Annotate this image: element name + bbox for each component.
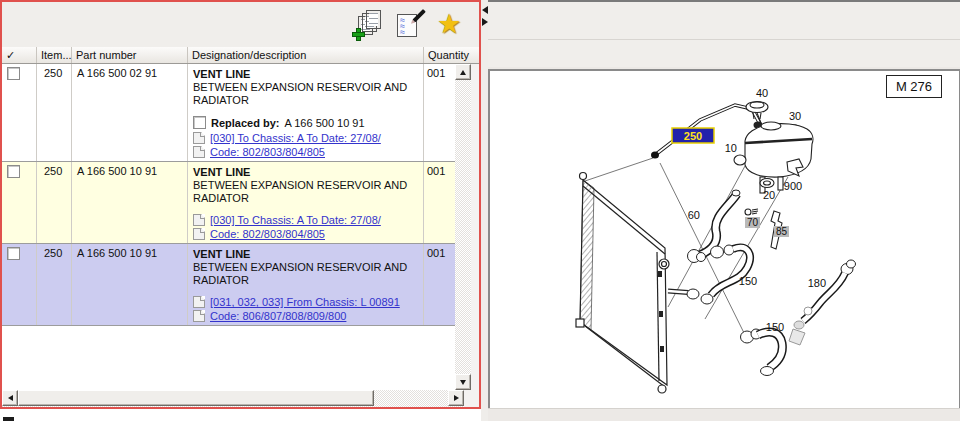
parts-list-panel: ≈ ≈ ≈ ★ ✓ Item... Part number Designatio… xyxy=(0,0,481,409)
table-row-selected[interactable]: 250 A 166 500 10 91 VENT LINE BETWEEN EX… xyxy=(2,244,455,326)
header-designation-column[interactable]: Designation/description xyxy=(188,47,424,63)
callout-10[interactable]: 10 xyxy=(725,142,737,154)
table-header: ✓ Item... Part number Designation/descri… xyxy=(2,47,479,64)
svg-text:250: 250 xyxy=(684,130,702,142)
document-icon xyxy=(193,214,205,226)
part-number: A 166 500 02 91 xyxy=(72,64,188,161)
parts-diagram-viewport[interactable]: M 276 xyxy=(488,69,960,411)
callout-85[interactable]: 85 xyxy=(774,226,789,237)
document-icon xyxy=(193,146,205,158)
scroll-left-button[interactable] xyxy=(2,390,18,406)
header-check-column[interactable]: ✓ xyxy=(2,47,37,63)
right-arrow-icon xyxy=(454,395,459,401)
document-icon xyxy=(193,296,205,308)
add-document-stack-icon[interactable] xyxy=(353,10,381,40)
diagram-toolbar-band xyxy=(488,2,960,40)
document-icon xyxy=(193,228,205,240)
svg-text:70: 70 xyxy=(747,217,759,228)
part-name: VENT LINE xyxy=(193,166,420,178)
callout-30[interactable]: 30 xyxy=(789,110,801,122)
parts-table-body: 250 A 166 500 02 91 VENT LINE BETWEEN EX… xyxy=(2,64,455,390)
scroll-up-button[interactable] xyxy=(455,64,471,80)
item-number: 250 xyxy=(37,64,72,161)
replaced-by-part-number: A 166 500 10 91 xyxy=(284,117,364,129)
clipped-bottom-text-fragment xyxy=(3,417,14,421)
parts-diagram: 40 30 10 20 900 60 70 85 150 150 xyxy=(490,71,958,409)
code-link[interactable]: Code: 802/803/804/805 xyxy=(210,228,325,240)
callout-40[interactable]: 40 xyxy=(756,87,768,99)
callout-900[interactable]: 900 xyxy=(784,180,802,192)
part-description: BETWEEN EXPANSION RESERVOIR AND RADIATOR xyxy=(193,81,418,107)
callout-150-upper[interactable]: 150 xyxy=(739,275,757,287)
table-row[interactable]: 250 A 166 500 02 91 VENT LINE BETWEEN EX… xyxy=(2,64,455,162)
scroll-right-button[interactable] xyxy=(448,390,464,406)
header-item-column[interactable]: Item... xyxy=(37,47,72,63)
code-link[interactable]: Code: 806/807/808/809/800 xyxy=(210,310,346,322)
diagram-toolbar-band-2 xyxy=(488,40,960,67)
horizontal-scroll-thumb[interactable] xyxy=(18,390,374,406)
favorites-star-icon[interactable]: ★ xyxy=(437,10,465,40)
part-description: BETWEEN EXPANSION RESERVOIR AND RADIATOR xyxy=(193,179,418,205)
up-arrow-icon xyxy=(460,70,466,75)
replaced-by-label: Replaced by: xyxy=(211,117,279,129)
part-number: A 166 500 10 91 xyxy=(72,162,188,243)
row-checkbox[interactable] xyxy=(7,67,20,80)
document-icon xyxy=(193,310,205,322)
quantity-value: 001 xyxy=(424,162,455,243)
row-checkbox[interactable] xyxy=(7,247,20,260)
hoses-drawing xyxy=(687,190,856,376)
panel-splitter[interactable] xyxy=(481,0,488,421)
part-name: VENT LINE xyxy=(193,68,420,80)
quantity-value: 001 xyxy=(424,244,455,325)
diagram-panel: M 276 xyxy=(488,0,960,421)
radiator-drawing xyxy=(576,173,695,394)
green-plus-icon xyxy=(352,28,365,41)
horizontal-scrollbar[interactable] xyxy=(2,390,479,407)
chassis-link[interactable]: [031, 032, 033] From Chassis: L 00891 xyxy=(210,296,400,308)
down-arrow-icon xyxy=(460,380,466,385)
callout-60[interactable]: 60 xyxy=(688,209,700,221)
table-row[interactable]: 250 A 166 500 10 91 VENT LINE BETWEEN EX… xyxy=(2,162,455,244)
callout-180[interactable]: 180 xyxy=(808,277,826,289)
part-name: VENT LINE xyxy=(193,248,420,260)
callout-150-lower[interactable]: 150 xyxy=(766,321,784,333)
svg-text:85: 85 xyxy=(776,226,788,237)
parts-toolbar: ≈ ≈ ≈ ★ xyxy=(2,2,479,47)
edit-notes-icon[interactable]: ≈ ≈ ≈ xyxy=(395,10,423,40)
replaced-by-checkbox[interactable] xyxy=(193,116,206,129)
vertical-scrollbar[interactable] xyxy=(455,64,471,390)
header-part-number-column[interactable]: Part number xyxy=(72,47,188,63)
left-arrow-icon xyxy=(8,395,13,401)
row-checkbox[interactable] xyxy=(7,165,20,178)
callout-250-selected[interactable]: 250 xyxy=(672,128,714,143)
epc-parts-window: ≈ ≈ ≈ ★ ✓ Item... Part number Designatio… xyxy=(0,0,960,421)
quantity-value: 001 xyxy=(424,64,455,161)
leader-lines xyxy=(585,158,788,337)
chassis-link[interactable]: [030] To Chassis: A To Date: 27/08/ xyxy=(210,132,381,144)
header-quantity-column[interactable]: Quantity xyxy=(424,47,479,63)
scroll-down-button[interactable] xyxy=(455,374,471,390)
chassis-link[interactable]: [030] To Chassis: A To Date: 27/08/ xyxy=(210,214,381,226)
diagram-bottom-strip xyxy=(488,408,960,421)
code-link[interactable]: Code: 802/803/804/805 xyxy=(210,146,325,158)
callout-70[interactable]: 70 xyxy=(745,217,760,228)
part-number: A 166 500 10 91 xyxy=(72,244,188,325)
callout-20[interactable]: 20 xyxy=(763,189,775,201)
line-clip xyxy=(651,152,659,159)
part-description: BETWEEN EXPANSION RESERVOIR AND RADIATOR xyxy=(193,261,418,287)
item-number: 250 xyxy=(37,244,72,325)
document-icon xyxy=(193,132,205,144)
item-number: 250 xyxy=(37,162,72,243)
replaced-by-line: Replaced by: A 166 500 10 91 xyxy=(193,116,420,129)
